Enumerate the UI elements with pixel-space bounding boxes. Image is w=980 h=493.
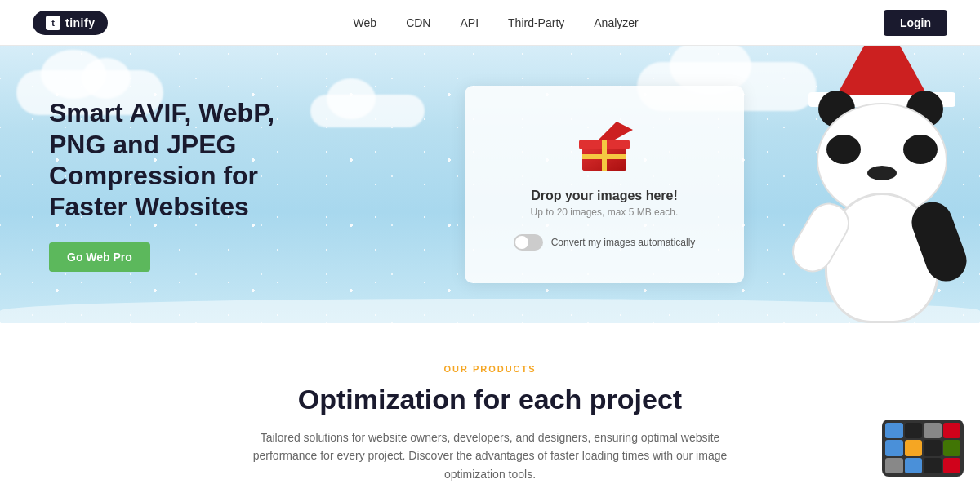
logo-box: t <box>46 16 60 30</box>
corner-cell-8 <box>943 440 961 455</box>
corner-cell-1 <box>885 423 903 438</box>
our-products-label: OUR PRODUCTS <box>49 364 931 374</box>
logo-text: tinify <box>65 16 95 29</box>
nav-api[interactable]: API <box>460 16 479 29</box>
convert-label: Convert my images automatically <box>551 237 696 248</box>
products-title: Optimization for each project <box>49 384 931 415</box>
corner-cell-2 <box>905 423 923 438</box>
nav-analyzer[interactable]: Analyzer <box>594 16 638 29</box>
corner-cell-12 <box>943 458 961 473</box>
nav-web[interactable]: Web <box>354 16 377 29</box>
panda-nose <box>867 166 897 180</box>
svg-rect-4 <box>582 154 626 159</box>
hero-text: Smart AVIF, WebP, PNG and JPEG Compressi… <box>49 97 278 272</box>
corner-cell-10 <box>905 458 923 473</box>
convert-toggle: Convert my images automatically <box>514 234 696 251</box>
products-description: Tailored solutions for website owners, d… <box>245 429 735 483</box>
nav-cdn[interactable]: CDN <box>406 16 430 29</box>
hero-section: Smart AVIF, WebP, PNG and JPEG Compressi… <box>0 46 980 323</box>
go-web-pro-button[interactable]: Go Web Pro <box>49 242 150 272</box>
santa-hat-body <box>837 46 927 95</box>
hero-headline: Smart AVIF, WebP, PNG and JPEG Compressi… <box>49 97 278 223</box>
upload-title: Drop your images here! <box>514 189 696 203</box>
svg-rect-5 <box>602 140 607 149</box>
nav-third-party[interactable]: Third-Party <box>508 16 564 29</box>
corner-cell-6 <box>905 440 923 455</box>
upload-box[interactable]: Drop your images here! Up to 20 images, … <box>465 86 745 283</box>
corner-cell-11 <box>924 458 942 473</box>
navigation: t tinify Web CDN API Third-Party Analyze… <box>0 0 980 46</box>
products-section: OUR PRODUCTS Optimization for each proje… <box>0 323 980 493</box>
corner-overlay <box>882 420 964 477</box>
panda-eye-patch-left <box>826 135 861 164</box>
panda-character <box>751 62 980 323</box>
upload-subtitle: Up to 20 images, max 5 MB each. <box>514 207 696 218</box>
corner-cell-4 <box>943 423 961 438</box>
auto-convert-toggle[interactable] <box>514 234 543 251</box>
nav-links: Web CDN API Third-Party Analyzer <box>354 16 639 29</box>
logo[interactable]: t tinify <box>33 11 108 35</box>
logo-letter: t <box>51 18 55 28</box>
panda-body <box>808 144 956 323</box>
corner-cell-3 <box>924 423 942 438</box>
corner-cell-5 <box>885 440 903 455</box>
gift-svg <box>576 118 633 175</box>
gift-box-icon <box>576 118 633 175</box>
corner-cell-7 <box>924 440 942 455</box>
login-button[interactable]: Login <box>884 10 947 36</box>
panda-eye-patch-right <box>903 135 938 164</box>
corner-cell-9 <box>885 458 903 473</box>
